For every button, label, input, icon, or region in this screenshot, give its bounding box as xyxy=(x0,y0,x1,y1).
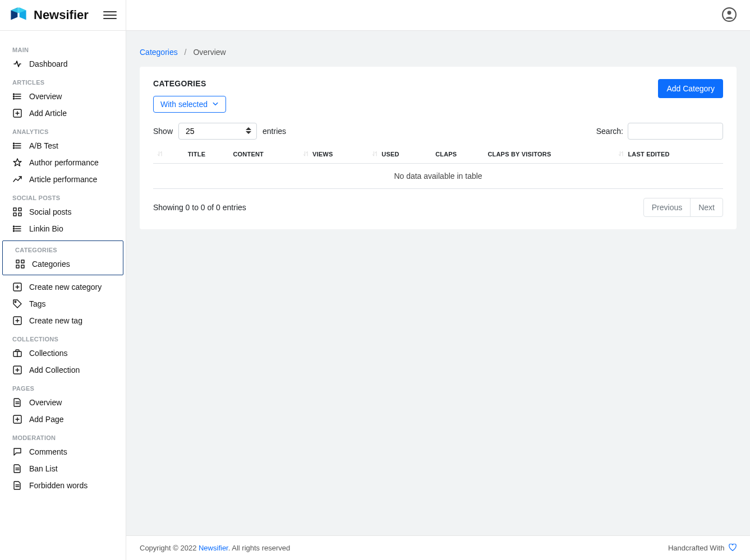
sidebar-item-label: Ban List xyxy=(29,464,58,473)
sidebar-item-create-new-tag[interactable]: Create new tag xyxy=(0,312,126,329)
trend-icon xyxy=(12,174,22,184)
sidebar-item-ban-list[interactable]: Ban List xyxy=(0,460,126,477)
list-icon xyxy=(12,141,22,151)
sidebar-item-overview[interactable]: Overview xyxy=(0,88,126,105)
topbar: Newsifier xyxy=(0,0,750,31)
sidebar-item-label: A/B Test xyxy=(29,141,58,150)
add-category-button[interactable]: Add Category xyxy=(658,79,723,98)
no-data-message: No data available in table xyxy=(153,164,723,189)
sidebar-item-tags[interactable]: Tags xyxy=(0,295,126,312)
sidebar-item-overview[interactable]: Overview xyxy=(0,394,126,411)
col-views[interactable]: VIEWS xyxy=(299,145,368,164)
message-icon xyxy=(12,447,22,457)
card-title: CATEGORIES xyxy=(153,79,226,88)
sidebar-item-label: Overview xyxy=(29,92,62,101)
list-icon xyxy=(12,224,22,234)
sort-icon xyxy=(302,151,309,158)
sidebar-item-create-new-category[interactable]: Create new category xyxy=(0,279,126,295)
file-icon xyxy=(12,464,22,474)
col-cbv[interactable]: CLAPS BY VISITORS xyxy=(484,145,614,164)
sort-icon xyxy=(371,151,378,158)
menu-toggle-icon[interactable] xyxy=(103,8,117,22)
add-category-label: Add Category xyxy=(666,84,715,93)
nav-section-title: CATEGORIES xyxy=(3,241,123,256)
sidebar-item-label: Add Article xyxy=(29,109,67,118)
plus-square-icon xyxy=(12,316,22,326)
list-icon xyxy=(12,91,22,101)
file-icon xyxy=(12,397,22,408)
nav-section-title: PAGES xyxy=(0,378,126,394)
col-label: CLAPS BY VISITORS xyxy=(487,151,551,158)
sidebar-item-add-collection[interactable]: Add Collection xyxy=(0,362,126,378)
sidebar-item-author-performance[interactable]: Author performance xyxy=(0,154,126,171)
copyright-pre: Copyright © 2022 xyxy=(140,544,199,552)
table-empty-row: No data available in table xyxy=(153,164,723,189)
main: Categories / Overview CATEGORIES With se… xyxy=(126,31,750,560)
sidebar-item-linkin-bio[interactable]: Linkin Bio xyxy=(0,220,126,237)
col-label: LAST EDITED xyxy=(628,151,669,158)
nav-section-title: ARTICLES xyxy=(0,72,126,88)
sidebar-item-add-page[interactable]: Add Page xyxy=(0,411,126,428)
file-icon xyxy=(12,480,22,490)
sidebar-item-label: Categories xyxy=(32,260,70,269)
col-sortspacer[interactable] xyxy=(153,145,185,164)
col-label: TITLE xyxy=(188,151,206,158)
copyright-post: . All rights reserved xyxy=(228,544,291,552)
footer-left: Copyright © 2022 Newsifier. All rights r… xyxy=(140,544,290,552)
col-label: VIEWS xyxy=(312,151,333,158)
col-content[interactable]: CONTENT xyxy=(229,145,299,164)
col-label: USED xyxy=(381,151,399,158)
sidebar-item-forbidden-words[interactable]: Forbidden words xyxy=(0,477,126,494)
sidebar-item-comments[interactable]: Comments xyxy=(0,443,126,460)
sidebar-item-categories[interactable]: Categories xyxy=(3,256,123,272)
col-claps[interactable]: CLAPS xyxy=(432,145,484,164)
col-lastedited[interactable]: LAST EDITED xyxy=(614,145,723,164)
sidebar-item-label: Forbidden words xyxy=(29,481,88,490)
breadcrumb-current: Overview xyxy=(193,48,226,57)
sidebar-item-label: Collections xyxy=(29,349,67,358)
svg-point-23 xyxy=(728,11,731,15)
show-label: Show xyxy=(153,127,173,136)
sidebar-item-a-b-test[interactable]: A/B Test xyxy=(0,137,126,154)
plus-square-icon xyxy=(12,414,22,424)
sidebar-item-label: Social posts xyxy=(29,207,71,216)
chevron-down-icon xyxy=(212,100,219,109)
sidebar-item-label: Article performance xyxy=(29,175,97,184)
footer-right: Handcrafted With xyxy=(668,544,737,552)
search-input[interactable] xyxy=(628,123,723,140)
col-used[interactable]: USED xyxy=(368,145,432,164)
sort-icon xyxy=(618,151,624,158)
pager-previous[interactable]: Previous xyxy=(644,198,690,216)
grid-icon xyxy=(12,207,22,217)
sidebar-item-social-posts[interactable]: Social posts xyxy=(0,203,126,220)
nav-section-title: ANALYTICS xyxy=(0,122,126,137)
brand-name: Newsifier xyxy=(34,8,89,22)
sidebar-item-label: Tags xyxy=(29,299,46,308)
nav-section-title: SOCIAL POSTS xyxy=(0,188,126,203)
breadcrumb-separator: / xyxy=(185,48,187,57)
col-label: CONTENT xyxy=(233,151,264,158)
user-avatar-icon[interactable] xyxy=(722,7,737,24)
sidebar-item-label: Create new tag xyxy=(29,316,82,325)
footer-brand-link[interactable]: Newsifier xyxy=(199,544,228,552)
star-icon xyxy=(12,158,22,168)
sidebar-item-add-article[interactable]: Add Article xyxy=(0,105,126,122)
sidebar-item-collections[interactable]: Collections xyxy=(0,345,126,362)
briefcase-icon xyxy=(12,348,22,358)
sidebar-item-label: Dashboard xyxy=(29,59,68,68)
sidebar-item-label: Linkin Bio xyxy=(29,224,63,233)
with-selected-dropdown[interactable]: With selected xyxy=(153,96,226,113)
footer: Copyright © 2022 Newsifier. All rights r… xyxy=(126,535,750,560)
nav-section-title: MAIN xyxy=(0,40,126,55)
pager-next[interactable]: Next xyxy=(690,198,723,216)
entries-select[interactable]: 25 xyxy=(178,123,257,140)
breadcrumb-root-link[interactable]: Categories xyxy=(140,48,178,57)
col-title[interactable]: TITLE xyxy=(185,145,230,164)
pager: Previous Next xyxy=(643,198,723,217)
col-label: CLAPS xyxy=(435,151,457,158)
nav-section-title: COLLECTIONS xyxy=(0,329,126,345)
sidebar-item-dashboard[interactable]: Dashboard xyxy=(0,55,126,72)
brand[interactable]: Newsifier xyxy=(0,0,126,30)
sidebar-item-article-performance[interactable]: Article performance xyxy=(0,171,126,188)
plus-square-icon xyxy=(12,282,22,292)
